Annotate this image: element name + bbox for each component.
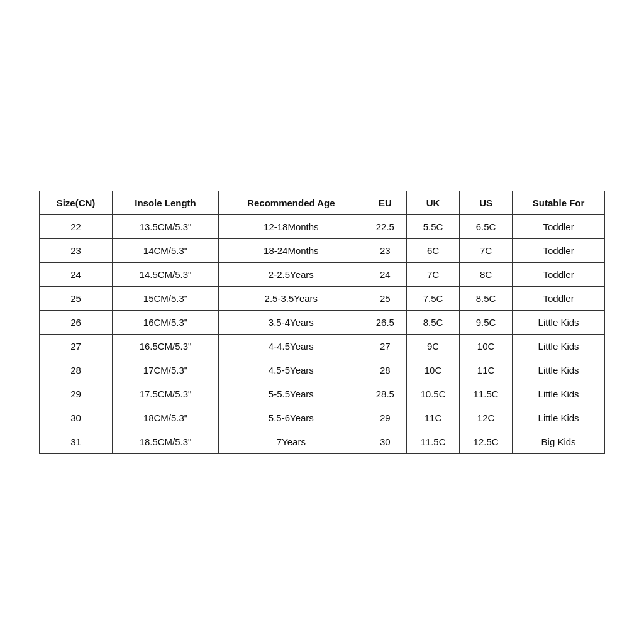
header-col-5: US [460,191,513,214]
table-header-row: Size(CN)Insole LengthRecommended AgeEUUK… [40,191,605,214]
cell-r5-c0: 27 [40,334,113,358]
cell-r1-c2: 18-24Months [218,238,364,262]
table-row: 2917.5CM/5.3"5-5.5Years28.510.5C11.5CLit… [40,382,605,406]
table-row: 3018CM/5.3"5.5-6Years2911C12CLittle Kids [40,406,605,430]
size-chart-table: Size(CN)Insole LengthRecommended AgeEUUK… [39,191,605,454]
cell-r5-c1: 16.5CM/5.3" [113,334,219,358]
cell-r1-c5: 7C [460,238,513,262]
cell-r0-c5: 6.5C [460,214,513,238]
cell-r5-c6: Little Kids [513,334,605,358]
cell-r3-c6: Toddler [513,286,605,310]
cell-r5-c2: 4-4.5Years [218,334,364,358]
table-row: 3118.5CM/5.3"7Years3011.5C12.5CBig Kids [40,430,605,453]
cell-r1-c4: 6C [406,238,459,262]
cell-r6-c2: 4.5-5Years [218,358,364,382]
cell-r8-c0: 30 [40,406,113,430]
cell-r9-c1: 18.5CM/5.3" [113,430,219,453]
cell-r0-c3: 22.5 [364,214,406,238]
cell-r6-c4: 10C [406,358,459,382]
header-col-1: Insole Length [113,191,219,214]
cell-r1-c1: 14CM/5.3" [113,238,219,262]
cell-r7-c2: 5-5.5Years [218,382,364,406]
cell-r3-c2: 2.5-3.5Years [218,286,364,310]
cell-r1-c3: 23 [364,238,406,262]
cell-r8-c6: Little Kids [513,406,605,430]
cell-r3-c5: 8.5C [460,286,513,310]
cell-r3-c1: 15CM/5.3" [113,286,219,310]
cell-r6-c3: 28 [364,358,406,382]
header-col-6: Sutable For [513,191,605,214]
cell-r4-c0: 26 [40,310,113,334]
cell-r7-c3: 28.5 [364,382,406,406]
cell-r9-c6: Big Kids [513,430,605,453]
cell-r6-c6: Little Kids [513,358,605,382]
cell-r1-c6: Toddler [513,238,605,262]
cell-r6-c0: 28 [40,358,113,382]
cell-r6-c1: 17CM/5.3" [113,358,219,382]
cell-r2-c2: 2-2.5Years [218,262,364,286]
cell-r7-c6: Little Kids [513,382,605,406]
cell-r5-c3: 27 [364,334,406,358]
cell-r0-c1: 13.5CM/5.3" [113,214,219,238]
table-row: 2414.5CM/5.3"2-2.5Years247C8CToddler [40,262,605,286]
header-col-3: EU [364,191,406,214]
cell-r8-c1: 18CM/5.3" [113,406,219,430]
cell-r3-c0: 25 [40,286,113,310]
cell-r4-c3: 26.5 [364,310,406,334]
cell-r8-c5: 12C [460,406,513,430]
header-col-2: Recommended Age [218,191,364,214]
cell-r9-c0: 31 [40,430,113,453]
table-row: 2716.5CM/5.3"4-4.5Years279C10CLittle Kid… [40,334,605,358]
cell-r7-c5: 11.5C [460,382,513,406]
cell-r8-c4: 11C [406,406,459,430]
cell-r4-c4: 8.5C [406,310,459,334]
cell-r4-c1: 16CM/5.3" [113,310,219,334]
table-row: 2817CM/5.3"4.5-5Years2810C11CLittle Kids [40,358,605,382]
cell-r1-c0: 23 [40,238,113,262]
cell-r4-c2: 3.5-4Years [218,310,364,334]
cell-r9-c3: 30 [364,430,406,453]
cell-r0-c4: 5.5C [406,214,459,238]
cell-r5-c4: 9C [406,334,459,358]
cell-r2-c4: 7C [406,262,459,286]
cell-r4-c5: 9.5C [460,310,513,334]
cell-r2-c6: Toddler [513,262,605,286]
cell-r8-c3: 29 [364,406,406,430]
cell-r5-c5: 10C [460,334,513,358]
table-row: 2314CM/5.3"18-24Months236C7CToddler [40,238,605,262]
cell-r6-c5: 11C [460,358,513,382]
cell-r0-c6: Toddler [513,214,605,238]
cell-r2-c0: 24 [40,262,113,286]
cell-r7-c1: 17.5CM/5.3" [113,382,219,406]
cell-r9-c5: 12.5C [460,430,513,453]
cell-r9-c4: 11.5C [406,430,459,453]
header-col-0: Size(CN) [40,191,113,214]
cell-r9-c2: 7Years [218,430,364,453]
table-row: 2213.5CM/5.3"12-18Months22.55.5C6.5CTodd… [40,214,605,238]
cell-r0-c0: 22 [40,214,113,238]
cell-r7-c4: 10.5C [406,382,459,406]
cell-r2-c3: 24 [364,262,406,286]
header-col-4: UK [406,191,459,214]
table-row: 2515CM/5.3"2.5-3.5Years257.5C8.5CToddler [40,286,605,310]
table-row: 2616CM/5.3"3.5-4Years26.58.5C9.5CLittle … [40,310,605,334]
cell-r0-c2: 12-18Months [218,214,364,238]
cell-r2-c5: 8C [460,262,513,286]
cell-r3-c4: 7.5C [406,286,459,310]
cell-r8-c2: 5.5-6Years [218,406,364,430]
cell-r7-c0: 29 [40,382,113,406]
cell-r4-c6: Little Kids [513,310,605,334]
cell-r2-c1: 14.5CM/5.3" [113,262,219,286]
cell-r3-c3: 25 [364,286,406,310]
size-chart-container: Size(CN)Insole LengthRecommended AgeEUUK… [39,191,605,454]
